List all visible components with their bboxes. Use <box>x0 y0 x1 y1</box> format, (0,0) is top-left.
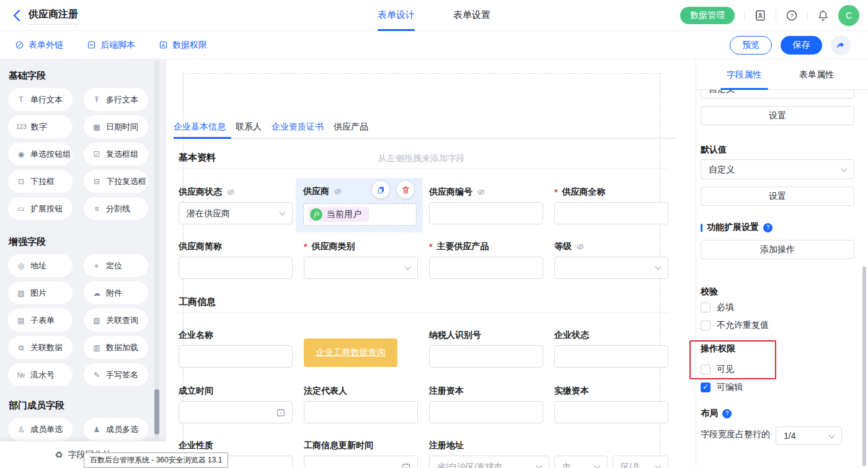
business-data-query-button[interactable]: 企业工商数据查询 <box>304 338 397 367</box>
sidebar-item-number[interactable]: 123数字 <box>8 115 73 138</box>
chevron-down-icon <box>405 264 411 270</box>
top-bar: 供应商注册 表单设计 表单设置 数据管理 ? C <box>0 0 868 31</box>
main-products-input[interactable] <box>429 257 543 279</box>
sidebar-item-serial-number[interactable]: №流水号 <box>8 363 73 386</box>
established-date-input[interactable]: 7 <box>179 401 293 423</box>
current-user-tag: 户 当前用户 <box>309 207 369 222</box>
legal-rep-input[interactable] <box>304 401 418 423</box>
sidebar-item-divider[interactable]: ≡分割线 <box>84 197 148 220</box>
form-tab-products[interactable]: 供应产品 <box>334 121 368 133</box>
sidebar-item-data-load[interactable]: ▥数据加载 <box>84 336 148 359</box>
reg-capital-input[interactable] <box>429 401 543 423</box>
supplier-field-input[interactable]: 户 当前用户 <box>303 203 417 226</box>
default-value-select[interactable]: 自定义 <box>701 159 854 179</box>
checkbox-editable[interactable]: 可编辑 <box>701 382 743 393</box>
tab-form-properties[interactable]: 表单属性 <box>799 69 834 81</box>
supplier-shortname-input[interactable] <box>179 257 293 279</box>
city-select[interactable]: 市 <box>554 456 608 468</box>
sidebar-item-single-text[interactable]: T单行文本 <box>8 88 73 111</box>
tab-form-settings[interactable]: 表单设置 <box>453 0 490 31</box>
help-question-icon[interactable] <box>763 223 773 232</box>
svg-text:?: ? <box>790 12 793 19</box>
checkbox-no-duplicate[interactable]: 不允许重复值 <box>701 320 769 331</box>
sidebar-item-relation-query[interactable]: ▧关联查询 <box>84 309 148 332</box>
checkbox-required[interactable]: 必填 <box>701 302 734 313</box>
form-tab-certificates[interactable]: 企业资质证书 <box>272 121 324 133</box>
supplier-category-select[interactable] <box>304 257 418 279</box>
trash-icon <box>401 185 410 195</box>
sidebar-item-radio-group[interactable]: ◉单选按钮组 <box>8 143 73 166</box>
inspector-scrollbar-thumb[interactable] <box>862 267 866 466</box>
supplier-no-input[interactable] <box>429 202 543 224</box>
supplier-status-select[interactable]: 潜在供应商 <box>179 202 293 224</box>
contact-book-icon[interactable] <box>754 9 766 22</box>
settings-button-1[interactable]: 设置 <box>701 106 854 125</box>
pen-icon: ✎ <box>92 371 102 379</box>
sidebar-item-checkbox-group[interactable]: ☑复选框组 <box>84 143 148 166</box>
form-canvas: 企业基本信息 联系人 企业资质证书 供应产品 基本资料 从左侧拖拽来添加字段 供… <box>166 60 696 468</box>
sidebar-item-dropdown[interactable]: ⊡下拉框 <box>8 170 73 193</box>
save-button[interactable]: 保存 <box>781 36 822 55</box>
user-avatar[interactable]: C <box>838 5 859 26</box>
sidebar-item-signature[interactable]: ✎手写签名 <box>84 363 148 386</box>
multi-dropdown-icon: ⊟ <box>92 177 102 186</box>
sidebar-item-location[interactable]: ⌖定位 <box>84 254 148 277</box>
layout-width-select[interactable]: 1/4 <box>776 426 842 445</box>
sidebar-item-multi-dropdown[interactable]: ⊟下拉复选框 <box>84 170 148 193</box>
sidebar-scrollbar-thumb[interactable] <box>154 389 159 435</box>
data-permission-button[interactable]: 数据权限 <box>159 40 207 51</box>
sidebar-item-attachment[interactable]: ☁附件 <box>84 281 148 304</box>
sidebar-item-image[interactable]: ▨图片 <box>8 281 73 304</box>
tab-field-properties[interactable]: 字段属性 <box>727 69 761 81</box>
supplier-fullname-input[interactable] <box>554 202 668 224</box>
section-title-business-info: 工商信息 <box>179 296 216 308</box>
grade-select[interactable] <box>554 257 668 279</box>
data-permission-icon <box>159 40 168 50</box>
taxpayer-id-input[interactable] <box>429 345 543 368</box>
company-name-input[interactable] <box>179 345 293 368</box>
enhanced-fields-grid: ◎地址 ⌖定位 ▨图片 ☁附件 ▤子表单 ▧关联查询 ⧉关联数据 ▥数据加载 №… <box>0 254 166 386</box>
sidebar-item-extend-button[interactable]: ▭扩展按钮 <box>8 197 73 220</box>
copy-icon <box>376 185 386 195</box>
script-icon <box>87 40 96 50</box>
form-page-tabs: 企业基本信息 联系人 企业资质证书 供应产品 <box>174 121 368 133</box>
share-button[interactable] <box>831 35 851 55</box>
external-link-button[interactable]: 表单外链 <box>15 40 63 51</box>
sidebar-item-address[interactable]: ◎地址 <box>8 254 73 277</box>
province-select[interactable]: 省/自治区/直辖市 <box>429 456 549 468</box>
toolbar-actions: 预览 保存 <box>730 35 851 55</box>
help-icon[interactable]: ? <box>786 9 798 22</box>
sidebar-item-multi-text[interactable]: Ŧ多行文本 <box>84 88 148 111</box>
copy-field-button[interactable] <box>372 181 389 198</box>
add-action-button[interactable]: 添加操作 <box>701 240 854 259</box>
section-divider <box>179 169 668 169</box>
sidebar-item-datetime[interactable]: ▦日期时间 <box>84 115 148 138</box>
data-manage-button[interactable]: 数据管理 <box>680 7 735 24</box>
help-question-icon[interactable] <box>722 409 732 418</box>
preview-button[interactable]: 预览 <box>730 36 772 55</box>
sidebar-item-subform[interactable]: ▤子表单 <box>8 309 73 332</box>
biz-update-time-input[interactable]: 7 <box>304 456 418 468</box>
eye-off-icon <box>226 188 236 196</box>
tab-form-design[interactable]: 表单设计 <box>378 0 415 31</box>
sidebar-item-member-multi[interactable]: ♟成员多选 <box>84 418 148 441</box>
section-title-extension: 功能扩展设置 <box>701 222 773 233</box>
settings-button-2[interactable]: 设置 <box>701 187 854 206</box>
checkbox-visible[interactable]: 可见 <box>701 364 734 375</box>
company-status-input[interactable] <box>554 345 668 368</box>
selected-field-supplier[interactable]: 供应商 户 当前用户 <box>296 178 423 232</box>
delete-field-button[interactable] <box>397 181 414 198</box>
chevron-down-icon <box>829 433 835 439</box>
paid-capital-input[interactable] <box>554 401 668 423</box>
sidebar-item-relation-data[interactable]: ⧉关联数据 <box>8 336 73 359</box>
layout-width-label: 字段宽度占整行的 <box>701 429 770 440</box>
sidebar-item-member-single[interactable]: ♙成员单选 <box>8 418 73 441</box>
district-select[interactable]: 区/县 <box>613 456 668 468</box>
clipped-select-box[interactable]: 自定义 <box>701 90 854 99</box>
browser-status-tooltip: 百数后台管理系统 - 360安全浏览器 13.1 <box>84 453 228 468</box>
backend-script-button[interactable]: 后端脚本 <box>87 40 135 51</box>
notification-bell-icon[interactable] <box>817 9 829 22</box>
form-tab-company-info[interactable]: 企业基本信息 <box>174 121 226 133</box>
form-tab-contacts[interactable]: 联系人 <box>236 121 262 133</box>
radio-icon: ◉ <box>16 150 26 159</box>
